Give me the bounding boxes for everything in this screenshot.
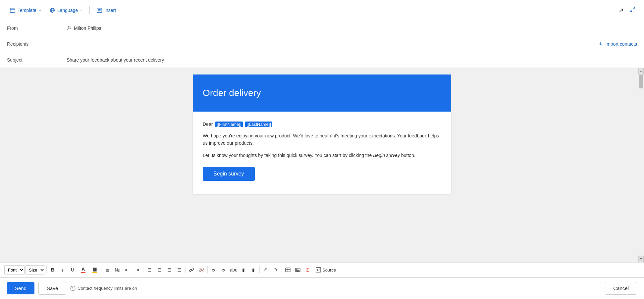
underline-button[interactable]: U [68,265,77,274]
font-color-button[interactable]: A [78,265,88,274]
strikethrough-button[interactable]: abc [229,265,238,274]
unlink-icon [199,267,204,273]
import-contacts-button[interactable]: Import contacts [598,41,637,47]
subject-label: Subject [7,57,67,63]
font-color-a-icon: A [81,267,85,273]
svg-line-11 [630,10,632,12]
link-icon [189,267,194,273]
table-button[interactable] [283,265,293,274]
lastname-tag[interactable]: [[LastName]] [245,122,272,127]
from-row: From Milton Philips [0,20,644,36]
subject-value[interactable]: Share your feedback about your recent de… [67,57,164,63]
unlink-button[interactable] [197,265,206,274]
fmt-divider-3 [143,266,143,274]
scroll-up-arrow[interactable]: ▲ [638,68,644,75]
blockquote-button[interactable]: ▮ [239,265,248,274]
undo-button[interactable]: ↶ [261,265,270,274]
cursor-indicator: ↗ [618,6,624,14]
fmt-divider-4 [185,266,186,274]
expand-icon [629,6,636,13]
outdent-button[interactable]: ▮ [249,265,258,274]
align-center-button[interactable]: ☰ [155,265,164,274]
subscript-button[interactable]: x2 [219,265,228,274]
expand-button[interactable] [629,6,636,14]
image-icon [295,267,300,273]
source-button[interactable]: Source [313,266,339,274]
toolbar-divider [89,6,90,14]
special-char-button[interactable] [303,265,312,274]
image-button[interactable] [293,265,302,274]
source-label: Source [322,268,336,273]
italic-button[interactable]: I [58,265,67,274]
send-button[interactable]: Send [7,282,34,294]
language-button[interactable]: Language ⌄ [45,5,87,15]
insert-icon [96,7,102,13]
begin-survey-wrapper: Begin survey [203,164,441,187]
size-select[interactable]: Size [25,265,45,274]
template-chevron-icon: ⌄ [38,8,41,12]
from-label: From [7,25,67,31]
highlight-button[interactable]: ▦ [89,265,100,274]
para2-prefix: Let us know your thoughts by taking this… [203,153,373,158]
save-button[interactable]: Save [38,282,66,295]
ordered-list-button[interactable]: № [113,265,122,274]
language-label: Language [57,8,78,13]
frequency-notice: Contact frequency limits are on [70,286,137,291]
scroll-down-arrow[interactable]: ▼ [638,256,644,262]
svg-rect-0 [10,8,15,12]
recipients-row: Recipients Import contacts [0,36,644,52]
email-body-area: Order delivery Dear [[FirstName]] [[Last… [0,68,644,262]
fmt-divider-1 [46,266,47,274]
email-para-2: Let us know your thoughts by taking this… [203,152,441,159]
scrollbar[interactable]: ▲ ▼ [638,68,644,262]
table-icon [285,267,291,273]
insert-label: Insert [104,8,116,13]
link-button[interactable] [187,265,196,274]
template-icon [10,7,16,13]
email-header: Order delivery [193,75,451,112]
svg-point-27 [73,287,73,288]
begin-survey-button[interactable]: Begin survey [203,167,255,181]
scroll-thumb[interactable] [639,75,643,88]
indent-increase-button[interactable]: ⇥ [133,265,142,274]
email-header-title: Order delivery [203,88,441,98]
info-icon [70,286,76,291]
superscript-button[interactable]: x2 [209,265,218,274]
subject-row: Subject Share your feedback about your r… [0,52,644,68]
language-icon [49,7,55,13]
bottom-bar: Send Save Contact frequency limits are o… [0,277,644,299]
source-icon [316,267,321,273]
insert-chevron-icon: ⌄ [118,8,121,12]
fmt-divider-2 [101,266,101,274]
from-value: Milton Philips [67,25,101,31]
email-para-1: We hope you're enjoying your new product… [203,132,441,147]
special-char-icon [305,267,310,273]
fmt-divider-6 [259,266,260,274]
template-button[interactable]: Template ⌄ [6,5,45,15]
svg-line-10 [633,7,635,9]
highlight-icon: ▦ [92,267,97,273]
person-icon [67,25,72,31]
import-contacts-label: Import contacts [605,41,637,47]
svg-point-12 [68,26,70,28]
redo-button[interactable]: ↷ [271,265,280,274]
cancel-button[interactable]: Cancel [605,282,637,295]
align-left-button[interactable]: ☰ [145,265,154,274]
unordered-list-button[interactable]: ≣ [103,265,112,274]
font-select[interactable]: Font [4,265,25,274]
indent-decrease-button[interactable]: ⇤ [123,265,132,274]
bold-button[interactable]: B [48,265,57,274]
email-card: Order delivery Dear [[FirstName]] [[Last… [193,75,451,194]
firstname-tag[interactable]: [[FirstName]] [215,122,242,127]
fmt-divider-7 [282,266,282,274]
insert-button[interactable]: Insert ⌄ [92,5,125,15]
fmt-divider-5 [207,266,208,274]
format-toolbar: Font Size B I U A ▦ ≣ № ⇤ [0,262,644,277]
recipients-label: Recipients [7,41,67,47]
email-dear: Dear [[FirstName]] [[LastName]] [203,122,441,127]
para2-suffix: button. [400,153,415,158]
top-toolbar: Template ⌄ Language ⌄ Insert ⌄ ↗ [0,0,644,20]
dear-text: Dear [203,122,213,127]
justify-button[interactable]: ☰ [175,265,184,274]
align-right-button[interactable]: ☰ [165,265,174,274]
